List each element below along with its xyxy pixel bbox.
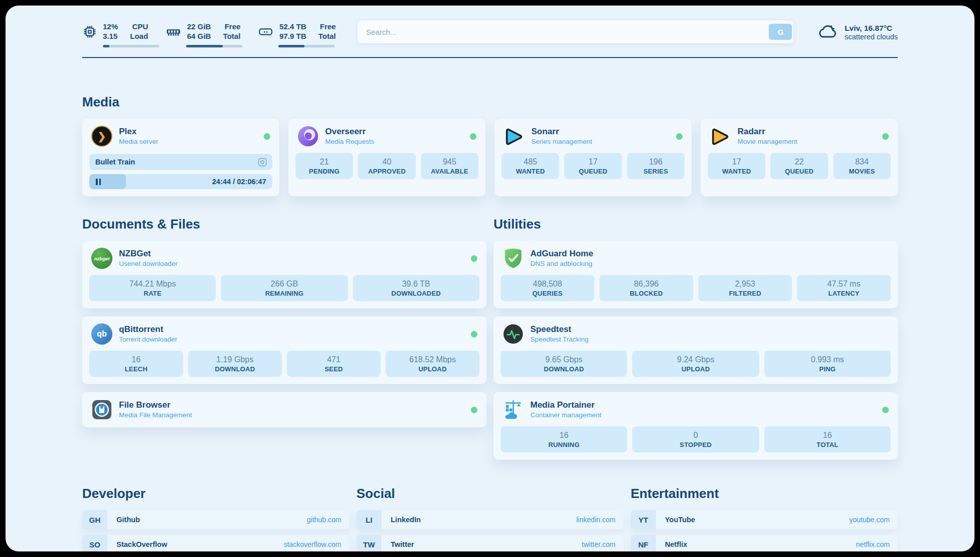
overseerr-icon bbox=[297, 126, 319, 147]
qbittorrent-icon: qb bbox=[91, 323, 112, 345]
cpu-progress-track bbox=[103, 45, 159, 47]
portainer-card[interactable]: Media Portainer Container management 16 … bbox=[494, 392, 898, 460]
bookmark-url: youtube.com bbox=[849, 516, 898, 524]
cpu-progress-fill bbox=[103, 45, 109, 47]
disk-stat: 52.4 TB Free 97.9 TB Total bbox=[258, 22, 336, 47]
qbittorrent-stat-download: 1.19 Gbps DOWNLOAD bbox=[188, 351, 282, 377]
nzbget-stat-remaining: 266 GB REMAINING bbox=[221, 275, 347, 301]
overseerr-card[interactable]: Overseerr Media Requests 21 PENDING 40 A… bbox=[288, 119, 485, 196]
bookmark-name: Github bbox=[107, 516, 140, 524]
qbittorrent-subtitle: Torrent downloader bbox=[119, 335, 177, 344]
ram-progress-track bbox=[186, 45, 242, 47]
section-title-media: Media bbox=[82, 94, 898, 110]
plex-icon: ❯ bbox=[91, 126, 112, 147]
radarr-subtitle: Movie management bbox=[738, 137, 798, 146]
weather-widget[interactable]: Lviv, 16.87°C scattered clouds bbox=[817, 23, 898, 46]
qbittorrent-stat-leech: 16 LEECH bbox=[89, 351, 183, 377]
sonarr-stat-wanted: 485 WANTED bbox=[502, 153, 559, 179]
bookmark-youtube[interactable]: YT YouTube youtube.com bbox=[631, 510, 898, 529]
bookmark-github[interactable]: GH Github github.com bbox=[82, 510, 349, 529]
portainer-stat-total: 16 TOTAL bbox=[764, 426, 891, 453]
documents-column: Documents & Files nzbget NZBGet Usenet d… bbox=[82, 216, 486, 427]
cpu-icon bbox=[82, 24, 97, 39]
speedtest-title: Speedtest bbox=[530, 324, 589, 335]
plex-card[interactable]: ❯ Plex Media server Bullet Train bbox=[82, 119, 279, 196]
nzbget-card[interactable]: nzbget NZBGet Usenet downloader 744.21 M… bbox=[82, 241, 486, 308]
header-divider bbox=[82, 57, 898, 58]
plex-progress-bar: 24:44 / 02:06:47 bbox=[89, 174, 272, 189]
sonarr-stat-series: 196 SERIES bbox=[627, 153, 685, 179]
overseerr-subtitle: Media Requests bbox=[325, 137, 375, 146]
portainer-subtitle: Container management bbox=[530, 411, 601, 420]
sonarr-status-dot bbox=[676, 133, 683, 140]
utilities-column: Utilities bbox=[494, 216, 898, 460]
adguard-stat-blocked: 86,396 BLOCKED bbox=[599, 275, 693, 301]
plex-playback-time: 24:44 / 02:06:47 bbox=[212, 178, 266, 186]
dashboard-screen: 12% CPU 3.15 Load bbox=[0, 0, 980, 557]
radarr-stat-queued: 22 QUEUED bbox=[770, 153, 828, 179]
plex-subtitle: Media server bbox=[119, 137, 158, 146]
bookmark-twitter[interactable]: TW Twitter twitter.com bbox=[356, 535, 624, 551]
filebrowser-title: File Browser bbox=[119, 400, 192, 411]
ram-total-label: Total bbox=[223, 32, 240, 41]
bookmark-url: linkedin.com bbox=[576, 516, 624, 524]
portainer-icon bbox=[503, 399, 524, 420]
speedtest-card[interactable]: Speedtest Speedtest Tracking 9.65 Gbps D… bbox=[494, 316, 898, 384]
disk-total-value: 97.9 TB bbox=[279, 32, 306, 41]
disk-progress-track bbox=[278, 45, 335, 47]
bookmark-name: StackOverflow bbox=[107, 540, 167, 548]
filebrowser-subtitle: Media File Management bbox=[119, 411, 192, 420]
speedtest-subtitle: Speedtest Tracking bbox=[530, 335, 589, 344]
top-bar: 12% CPU 3.15 Load bbox=[82, 20, 898, 50]
adguard-title: AdGuard Home bbox=[530, 248, 593, 259]
bookmark-netflix[interactable]: NF Netflix netflix.com bbox=[631, 535, 898, 551]
speedtest-stat-upload: 9.24 Gbps UPLOAD bbox=[632, 351, 759, 377]
adguard-subtitle: DNS and adblocking bbox=[530, 259, 593, 268]
filebrowser-icon bbox=[91, 399, 112, 420]
bookmark-stackoverflow[interactable]: SO StackOverflow stackoverflow.com bbox=[82, 535, 349, 551]
plex-session-icon[interactable] bbox=[258, 157, 267, 167]
ram-icon bbox=[165, 24, 181, 39]
radarr-card[interactable]: Radarr Movie management 17 WANTED 22 QUE… bbox=[701, 119, 898, 196]
qbittorrent-stat-upload: 618.52 Mbps UPLOAD bbox=[386, 351, 479, 377]
sonarr-subtitle: Series management bbox=[531, 137, 592, 146]
section-title-developer: Developer bbox=[82, 486, 349, 502]
bookmark-url: github.com bbox=[307, 516, 349, 524]
bookmark-name: LinkedIn bbox=[382, 516, 421, 524]
overseerr-title: Overseerr bbox=[325, 126, 375, 137]
nzbget-subtitle: Usenet downloader bbox=[119, 259, 177, 268]
bookmark-url: twitter.com bbox=[582, 540, 624, 548]
overseerr-stat-approved: 40 APPROVED bbox=[358, 153, 415, 179]
bookmark-abbr: SO bbox=[82, 535, 107, 551]
section-title-entertainment: Entertainment bbox=[631, 486, 898, 502]
weather-location: Lviv, 16.87°C bbox=[844, 24, 898, 33]
bookmark-abbr: TW bbox=[356, 535, 382, 551]
ram-stat: 22 GiB Free 64 GiB Total bbox=[165, 22, 240, 47]
pause-icon[interactable] bbox=[96, 179, 101, 185]
qbittorrent-stat-seed: 471 SEED bbox=[287, 351, 381, 377]
dashboard-frame: 12% CPU 3.15 Load bbox=[6, 6, 974, 551]
portainer-stat-stopped: 0 STOPPED bbox=[632, 426, 759, 453]
adguard-card[interactable]: AdGuard Home DNS and adblocking 498,508 … bbox=[494, 241, 898, 308]
bookmark-abbr: NF bbox=[631, 535, 656, 551]
bookmark-linkedin[interactable]: LI LinkedIn linkedin.com bbox=[356, 510, 624, 529]
portainer-stat-running: 16 RUNNING bbox=[501, 426, 627, 453]
filebrowser-card[interactable]: File Browser Media File Management bbox=[82, 392, 486, 427]
nzbget-stat-downloaded: 39.6 TB DOWNLOADED bbox=[353, 275, 479, 301]
search-engine-button[interactable]: G bbox=[769, 24, 792, 40]
nzbget-title: NZBGet bbox=[119, 248, 177, 259]
adguard-icon bbox=[503, 248, 524, 269]
overseerr-status-dot bbox=[470, 133, 476, 140]
overseerr-stat-pending: 21 PENDING bbox=[295, 153, 353, 179]
nzbget-stat-rate: 744.21 Mbps RATE bbox=[89, 275, 216, 301]
adguard-stat-filtered: 2,953 FILTERED bbox=[698, 275, 792, 301]
qbittorrent-status-dot bbox=[471, 331, 477, 338]
search-input[interactable] bbox=[359, 27, 769, 37]
plex-now-playing-title: Bullet Train bbox=[95, 158, 258, 166]
disk-free-value: 52.4 TB bbox=[279, 22, 306, 32]
overseerr-stat-available: 945 AVAILABLE bbox=[421, 153, 478, 179]
qbittorrent-card[interactable]: qb qBittorrent Torrent downloader 16 LEE… bbox=[82, 316, 486, 384]
sonarr-card[interactable]: Sonarr Series management 485 WANTED 17 Q… bbox=[495, 119, 692, 196]
speedtest-stat-ping: 0.993 ms PING bbox=[764, 351, 891, 377]
search-bar: G bbox=[357, 20, 794, 44]
